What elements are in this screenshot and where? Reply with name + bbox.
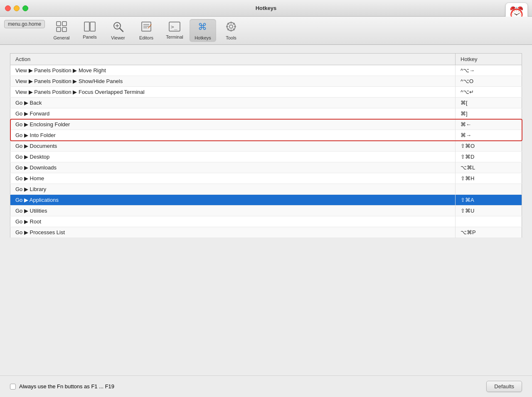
action-cell: Go ▶ Into Folder <box>10 130 456 141</box>
hotkey-cell: ⌘] <box>456 108 522 119</box>
action-cell: Go ▶ Desktop <box>10 152 456 162</box>
action-cell: View ▶ Panels Position ▶ Focus Overlappe… <box>10 87 456 98</box>
table-wrapper: Action Hotkey View ▶ Panels Position ▶ M… <box>10 53 522 238</box>
table-row[interactable]: Go ▶ Desktop⇧⌘D <box>10 152 522 162</box>
svg-rect-4 <box>84 22 89 31</box>
svg-rect-1 <box>62 22 66 26</box>
action-cell: Go ▶ Library <box>10 184 456 195</box>
hotkey-cell <box>456 184 522 195</box>
hotkey-cell: ⇧⌘O <box>456 141 522 152</box>
svg-point-20 <box>229 25 233 28</box>
table-row[interactable]: Go ▶ Utilities⇧⌘U <box>10 206 522 216</box>
fn-buttons-checkbox[interactable] <box>10 384 16 390</box>
toolbar: menu.go.home General Panels <box>0 17 532 45</box>
table-row[interactable]: Go ▶ Applications⇧⌘A <box>10 195 522 206</box>
table-row[interactable]: View ▶ Panels Position ▶ Show/Hide Panel… <box>10 76 522 87</box>
toolbar-item-viewer[interactable]: Viewer <box>105 19 131 42</box>
panels-icon <box>84 22 96 33</box>
fn-buttons-label: Always use the Fn buttons as F1 ... F19 <box>19 383 114 390</box>
action-cell: View ▶ Panels Position ▶ Move Right <box>10 65 456 76</box>
hotkey-cell: ⌥⌘L <box>456 162 522 173</box>
editors-label: Editors <box>139 35 153 40</box>
footer-left: Always use the Fn buttons as F1 ... F19 <box>10 383 114 390</box>
hotkey-cell: ⌥⌘P <box>456 227 522 238</box>
toolbar-item-terminal[interactable]: >_ Terminal <box>161 20 188 41</box>
editors-icon <box>140 21 152 34</box>
terminal-icon: >_ <box>169 22 180 33</box>
svg-rect-5 <box>90 22 95 31</box>
hotkey-cell: ⌘← <box>456 119 522 130</box>
svg-text:⌘: ⌘ <box>198 22 207 32</box>
table-row[interactable]: Go ▶ Back⌘[ <box>10 98 522 108</box>
toolbar-item-hotkeys[interactable]: ⌘ Hotkeys <box>190 19 216 42</box>
footer: Always use the Fn buttons as F1 ... F19 … <box>0 375 532 397</box>
table-row[interactable]: Go ▶ Downloads⌥⌘L <box>10 162 522 173</box>
table-row[interactable]: Go ▶ Root <box>10 216 522 227</box>
hotkey-cell: ⌘→ <box>456 130 522 141</box>
toolbar-item-editors[interactable]: Editors <box>133 19 160 42</box>
traffic-lights <box>5 5 28 11</box>
general-label: General <box>53 35 69 40</box>
maximize-button[interactable] <box>22 5 28 11</box>
action-cell: Go ▶ Utilities <box>10 206 456 216</box>
titlebar: Hotkeys ⏰ <box>0 0 532 17</box>
toolbar-item-panels[interactable]: Panels <box>76 20 103 41</box>
close-button[interactable] <box>5 5 11 11</box>
action-cell: Go ▶ Processes List <box>10 227 456 238</box>
action-cell: Go ▶ Enclosing Folder <box>10 119 456 130</box>
table-row[interactable]: Go ▶ Enclosing Folder⌘← <box>10 119 522 130</box>
hotkey-cell: ^⌥→ <box>456 65 522 76</box>
svg-rect-0 <box>57 22 61 26</box>
table-row[interactable]: Go ▶ Library <box>10 184 522 195</box>
action-cell: Go ▶ Documents <box>10 141 456 152</box>
hotkey-cell: ⇧⌘D <box>456 152 522 162</box>
tools-label: Tools <box>226 35 236 40</box>
hotkeys-icon: ⌘ <box>197 21 209 34</box>
action-cell: Go ▶ Back <box>10 98 456 108</box>
minimize-button[interactable] <box>14 5 20 11</box>
action-cell: Go ▶ Root <box>10 216 456 227</box>
hotkey-cell <box>456 216 522 227</box>
viewer-icon <box>112 21 124 34</box>
table-row[interactable]: Go ▶ Processes List⌥⌘P <box>10 227 522 238</box>
defaults-button[interactable]: Defaults <box>486 381 522 392</box>
tools-icon <box>225 21 237 34</box>
hotkey-cell: ⌘[ <box>456 98 522 108</box>
viewer-label: Viewer <box>111 35 125 40</box>
hotkey-cell: ^⌥↵ <box>456 87 522 98</box>
window-title: Hotkeys <box>256 5 277 11</box>
svg-line-7 <box>120 28 123 32</box>
toolbar-item-tools[interactable]: Tools <box>218 19 244 42</box>
action-cell: Go ▶ Applications <box>10 195 456 206</box>
action-cell: View ▶ Panels Position ▶ Show/Hide Panel… <box>10 76 456 87</box>
toolbar-item-general[interactable]: General <box>48 19 75 42</box>
table-row[interactable]: View ▶ Panels Position ▶ Move Right^⌥→ <box>10 65 522 76</box>
svg-text:>_: >_ <box>171 24 177 30</box>
action-cell: Go ▶ Home <box>10 173 456 184</box>
table-row[interactable]: View ▶ Panels Position ▶ Focus Overlappe… <box>10 87 522 98</box>
hotkey-cell: ⇧⌘A <box>456 195 522 206</box>
main-content: Action Hotkey View ▶ Panels Position ▶ M… <box>0 45 532 375</box>
hotkey-cell: ⇧⌘U <box>456 206 522 216</box>
action-cell: Go ▶ Downloads <box>10 162 456 173</box>
table-header-row: Action Hotkey <box>10 54 522 65</box>
table-row[interactable]: Go ▶ Forward⌘] <box>10 108 522 119</box>
terminal-label: Terminal <box>166 34 183 39</box>
hotkey-cell: ^⌥O <box>456 76 522 87</box>
table-row[interactable]: Go ▶ Documents⇧⌘O <box>10 141 522 152</box>
hotkey-column-header: Hotkey <box>456 54 522 65</box>
action-cell: Go ▶ Forward <box>10 108 456 119</box>
menu-go-home-button[interactable]: menu.go.home <box>4 20 45 28</box>
hotkeys-label: Hotkeys <box>195 35 211 40</box>
table-row[interactable]: Go ▶ Home⇧⌘H <box>10 173 522 184</box>
table-row[interactable]: Go ▶ Into Folder⌘→ <box>10 130 522 141</box>
action-column-header: Action <box>10 54 456 65</box>
svg-rect-2 <box>57 27 61 32</box>
panels-label: Panels <box>83 34 97 39</box>
svg-rect-3 <box>62 27 66 32</box>
general-icon <box>56 21 67 34</box>
hotkey-cell: ⇧⌘H <box>456 173 522 184</box>
hotkeys-table: Action Hotkey View ▶ Panels Position ▶ M… <box>10 53 522 238</box>
